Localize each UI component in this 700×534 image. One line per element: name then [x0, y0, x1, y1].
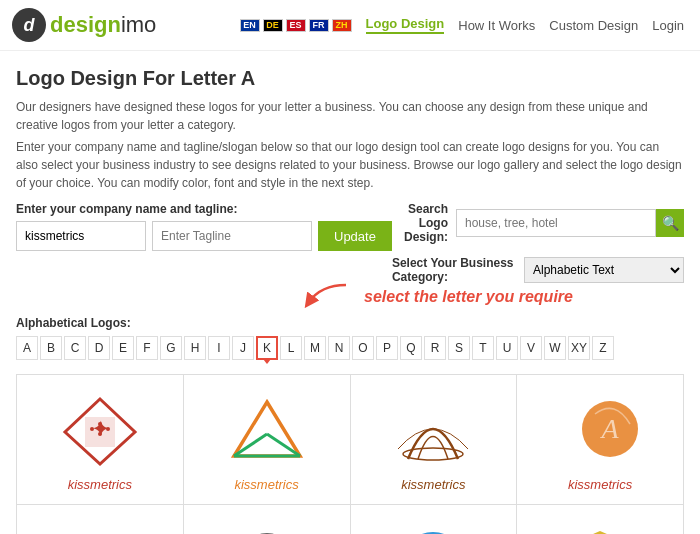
alpha-C[interactable]: C — [64, 336, 86, 360]
logo-svg-7 — [388, 526, 478, 534]
flag-de[interactable]: DE — [263, 19, 283, 32]
alpha-R[interactable]: R — [424, 336, 446, 360]
logo-img-6 — [217, 521, 317, 534]
alpha-L[interactable]: L — [280, 336, 302, 360]
alpha-G[interactable]: G — [160, 336, 182, 360]
logo[interactable]: d designimo — [12, 8, 156, 42]
search-icon: 🔍 — [662, 215, 679, 231]
annotation-text: select the letter you require — [364, 288, 573, 306]
logo-img-2 — [217, 391, 317, 471]
logo-name-3: kissmetrics — [401, 477, 465, 492]
nav-how-it-works[interactable]: How It Works — [458, 18, 535, 33]
company-input[interactable] — [16, 221, 146, 251]
logo-text: designimo — [50, 12, 156, 38]
desc1: Our designers have designed these logos … — [16, 98, 684, 134]
logo-grid-row1: ✦ kissmetrics kissmetrics — [16, 374, 684, 505]
logo-name-1: kissmetrics — [68, 477, 132, 492]
logo-card-5[interactable]: kissmetrics — [17, 505, 184, 534]
logo-svg-4: A — [555, 394, 645, 469]
main-content: Logo Design For Letter A Our designers h… — [0, 51, 700, 534]
alpha-A[interactable]: A — [16, 336, 38, 360]
category-select[interactable]: Alphabetic Text — [524, 257, 684, 283]
logo-svg-3 — [388, 394, 478, 469]
alpha-O[interactable]: O — [352, 336, 374, 360]
logo-card-4[interactable]: A kissmetrics — [517, 375, 684, 505]
logo-icon: d — [12, 8, 46, 42]
logo-grid-row2: kissmetrics kissmetrics — [16, 505, 684, 534]
logo-svg-2 — [222, 394, 312, 469]
logo-card-7[interactable]: kissmetrics — [351, 505, 518, 534]
logo-img-4: A — [550, 391, 650, 471]
alpha-E[interactable]: E — [112, 336, 134, 360]
alpha-Q[interactable]: Q — [400, 336, 422, 360]
nav-custom-design[interactable]: Custom Design — [549, 18, 638, 33]
alpha-U[interactable]: U — [496, 336, 518, 360]
tagline-input[interactable] — [152, 221, 312, 251]
alpha-T[interactable]: T — [472, 336, 494, 360]
logo-img-8: A — [550, 521, 650, 534]
flag-en[interactable]: EN — [240, 19, 260, 32]
alpha-I[interactable]: I — [208, 336, 230, 360]
alpha-P[interactable]: P — [376, 336, 398, 360]
logo-name-4: kissmetrics — [568, 477, 632, 492]
flag-zh[interactable]: ZH — [332, 19, 352, 32]
logo-name-2: kissmetrics — [234, 477, 298, 492]
alpha-H[interactable]: H — [184, 336, 206, 360]
category-row: Select Your Business Category: Alphabeti… — [392, 256, 684, 284]
alpha-S[interactable]: S — [448, 336, 470, 360]
alpha-D[interactable]: D — [88, 336, 110, 360]
logo-card-2[interactable]: kissmetrics — [184, 375, 351, 505]
alpha-V[interactable]: V — [520, 336, 542, 360]
alpha-B[interactable]: B — [40, 336, 62, 360]
alpha-section: Alphabetical Logos: A B C D E F G H I J … — [16, 316, 684, 360]
search-input[interactable] — [456, 209, 656, 237]
desc2: Enter your company name and tagline/slog… — [16, 138, 684, 192]
search-wrap: 🔍 — [456, 209, 684, 237]
nav-logo-design[interactable]: Logo Design — [366, 16, 445, 34]
alpha-Z[interactable]: Z — [592, 336, 614, 360]
logo-svg-5 — [55, 526, 145, 534]
header: d designimo EN DE ES FR ZH Logo Design H… — [0, 0, 700, 51]
company-label: Enter your company name and tagline: — [16, 202, 392, 216]
alpha-title: Alphabetical Logos: — [16, 316, 684, 330]
alpha-XY[interactable]: XY — [568, 336, 590, 360]
nav-links: Logo Design How It Works Custom Design L… — [366, 16, 684, 34]
logo-card-3[interactable]: kissmetrics — [351, 375, 518, 505]
alpha-F[interactable]: F — [136, 336, 158, 360]
logo-img-7 — [383, 521, 483, 534]
logo-svg-8: A — [555, 526, 645, 534]
nav-login[interactable]: Login — [652, 18, 684, 33]
category-label: Select Your Business Category: — [392, 256, 516, 284]
language-bar: EN DE ES FR ZH — [240, 19, 352, 32]
logo-card-1[interactable]: ✦ kissmetrics — [17, 375, 184, 505]
alpha-row: A B C D E F G H I J K L M N O P Q R S T … — [16, 336, 684, 360]
update-button[interactable]: Update — [318, 221, 392, 251]
search-label: Search Logo Design: — [392, 202, 448, 244]
logo-card-8[interactable]: A kissmetrics — [517, 505, 684, 534]
alpha-J[interactable]: J — [232, 336, 254, 360]
logo-img-1: ✦ — [50, 391, 150, 471]
logo-img-3 — [383, 391, 483, 471]
alpha-K[interactable]: K — [256, 336, 278, 360]
svg-text:A: A — [600, 413, 620, 444]
svg-point-12 — [403, 448, 463, 460]
svg-text:✦: ✦ — [91, 418, 108, 440]
alpha-W[interactable]: W — [544, 336, 566, 360]
arrow-annotation-svg — [301, 280, 351, 308]
search-button[interactable]: 🔍 — [656, 209, 684, 237]
alpha-M[interactable]: M — [304, 336, 326, 360]
logo-svg-1: ✦ — [55, 394, 145, 469]
flag-es[interactable]: ES — [286, 19, 306, 32]
logo-card-6[interactable]: kissmetrics — [184, 505, 351, 534]
page-title: Logo Design For Letter A — [16, 67, 684, 90]
alpha-N[interactable]: N — [328, 336, 350, 360]
logo-svg-6 — [222, 526, 312, 534]
logo-img-5 — [50, 521, 150, 534]
flag-fr[interactable]: FR — [309, 19, 329, 32]
